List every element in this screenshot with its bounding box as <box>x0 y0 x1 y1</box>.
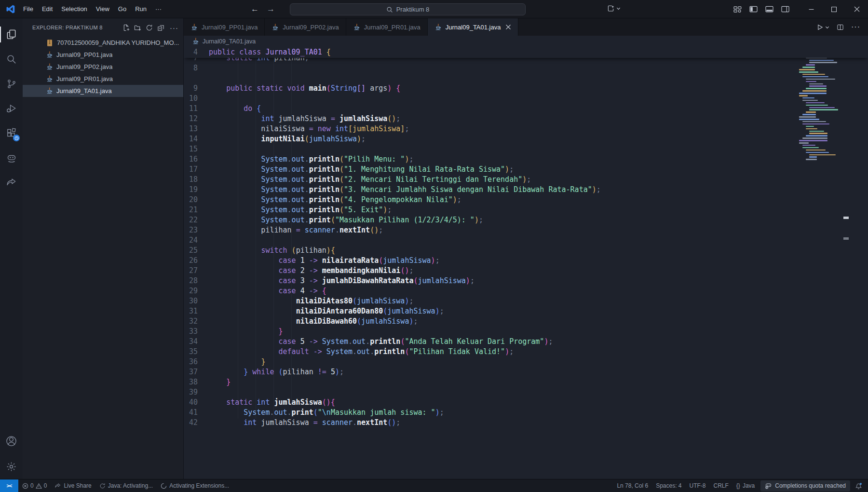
code-line[interactable]: 15 <box>184 144 868 154</box>
code-line[interactable]: 19 System.out.println("3. Mencari Jumlah… <box>184 185 868 195</box>
live-share-icon[interactable] <box>0 170 23 194</box>
code-line[interactable]: 35 default -> System.out.println("Piliha… <box>184 347 868 357</box>
java-status[interactable]: Java: Activating... <box>95 479 157 492</box>
code-line[interactable]: 29 case 4 -> { <box>184 286 868 296</box>
menu-run[interactable]: Run <box>131 3 151 15</box>
code-line[interactable]: 8 <box>184 63 868 73</box>
file-item-zip[interactable]: 707012500059_ANDHIKA YURIDHO_MO... <box>23 37 183 49</box>
code-line[interactable]: 24 <box>184 235 868 246</box>
line-number[interactable]: 12 <box>184 114 209 124</box>
file-item-pp02[interactable]: Jurnal09_PP02.java <box>23 61 183 73</box>
problems-status[interactable]: 0 0 <box>18 479 51 492</box>
code-line[interactable]: 18 System.out.println("2. Mencari Nilai … <box>184 175 868 185</box>
line-number[interactable]: 10 <box>184 94 209 104</box>
line-number[interactable]: 19 <box>184 185 209 195</box>
line-number[interactable]: 23 <box>184 225 209 235</box>
line-number[interactable]: 21 <box>184 205 209 215</box>
line-number[interactable]: 26 <box>184 256 209 266</box>
line-number[interactable]: 8 <box>184 63 209 73</box>
activating-extensions-status[interactable]: Activating Extensions... <box>157 479 233 492</box>
code-lines[interactable]: 7 static int pilihan;89 public static vo… <box>184 53 868 430</box>
line-number[interactable]: 4 <box>184 47 209 58</box>
menu-go[interactable]: Go <box>114 3 131 15</box>
line-number[interactable]: 34 <box>184 337 209 347</box>
toggle-panel-icon[interactable] <box>761 0 777 18</box>
file-item-pp01[interactable]: Jurnal09_PP01.java <box>23 49 183 61</box>
sticky-scroll-line[interactable]: 4public class Jurnal09_TA01 { <box>184 47 868 58</box>
code-line[interactable]: 13 nilaiSiswa = new int[jumlahSiswa]; <box>184 124 868 134</box>
code-line[interactable]: 33 } <box>184 327 868 337</box>
code-line[interactable]: 28 case 3 -> jumlahDiBawahRataRata(jumla… <box>184 276 868 286</box>
code-line[interactable]: 41 System.out.print("\nMasukkan jumlah s… <box>184 408 868 418</box>
editor-tab[interactable]: Jurnal09_PP02.java <box>265 18 346 36</box>
line-number[interactable]: 15 <box>184 144 209 154</box>
menu-more[interactable]: ··· <box>151 3 166 15</box>
code-line[interactable]: 31 nilaiDiAntara60Dan80(jumlahSiswa); <box>184 306 868 316</box>
line-number[interactable]: 17 <box>184 164 209 175</box>
refresh-icon[interactable] <box>146 24 153 31</box>
code-line[interactable]: 26 case 1 -> nilairataRata(jumlahSiswa); <box>184 256 868 266</box>
line-number[interactable]: 24 <box>184 235 209 246</box>
line-number[interactable]: 28 <box>184 276 209 286</box>
eol-status[interactable]: CRLF <box>710 479 732 492</box>
live-share-status[interactable]: Live Share <box>51 479 95 492</box>
line-number[interactable]: 37 <box>184 367 209 377</box>
menu-selection[interactable]: Selection <box>57 3 91 15</box>
language-mode[interactable]: {} Java <box>732 479 759 492</box>
copilot-status[interactable]: Completions quota reached <box>760 480 850 492</box>
line-number[interactable]: 41 <box>184 408 209 418</box>
code-line[interactable]: 34 case 5 -> System.out.println("Anda Te… <box>184 337 868 347</box>
indentation-status[interactable]: Spaces: 4 <box>652 479 685 492</box>
line-number[interactable]: 14 <box>184 134 209 144</box>
command-center[interactable]: Praktikum 8 <box>290 3 526 15</box>
line-number[interactable]: 16 <box>184 154 209 164</box>
code-line[interactable]: 14 inputNilai(jumlahSiswa); <box>184 134 868 144</box>
source-control-icon[interactable] <box>0 71 23 96</box>
code-line[interactable]: 39 <box>184 387 868 397</box>
code-line[interactable]: 27 case 2 -> membandingkanNilai(); <box>184 266 868 276</box>
close-window-button[interactable] <box>845 0 868 18</box>
extensions-icon[interactable] <box>0 121 23 145</box>
line-number[interactable]: 13 <box>184 124 209 134</box>
code-line[interactable] <box>184 73 868 83</box>
copilot-menu[interactable] <box>607 4 621 13</box>
editor-tab[interactable]: Jurnal09_PP01.java <box>184 18 265 36</box>
maximize-button[interactable] <box>823 0 845 18</box>
code-line[interactable]: 30 nilaiDiAtas80(jumlahSiswa); <box>184 296 868 306</box>
code-line[interactable]: 40 static int jumlahSiswa(){ <box>184 397 868 408</box>
back-arrow-icon[interactable]: ← <box>251 4 259 14</box>
code-line[interactable]: 37 } while (pilihan != 5); <box>184 367 868 377</box>
split-editor-icon[interactable] <box>837 24 844 31</box>
more-actions-icon[interactable]: ··· <box>851 23 860 31</box>
line-number[interactable]: 33 <box>184 327 209 337</box>
line-number[interactable]: 18 <box>184 175 209 185</box>
code-line[interactable]: 36 } <box>184 357 868 367</box>
more-actions-icon[interactable]: ··· <box>170 24 178 32</box>
menu-view[interactable]: View <box>92 3 114 15</box>
line-number[interactable]: 29 <box>184 286 209 296</box>
accounts-icon[interactable] <box>0 430 23 454</box>
notifications-bell[interactable] <box>852 482 868 490</box>
run-button[interactable] <box>816 24 829 31</box>
code-line[interactable]: 23 pilihan = scanner.nextInt(); <box>184 225 868 235</box>
code-line[interactable]: 32 nilaiDiBawah60(jumlahSiswa); <box>184 316 868 327</box>
explorer-icon[interactable] <box>0 22 23 47</box>
search-icon[interactable] <box>0 47 23 71</box>
collapse-folders-icon[interactable] <box>157 24 164 31</box>
editor-tab-active[interactable]: Jurnal09_TA01.java <box>428 18 519 36</box>
line-number[interactable]: 30 <box>184 296 209 306</box>
code-line[interactable]: 25 switch (pilihan){ <box>184 246 868 256</box>
forward-arrow-icon[interactable]: → <box>267 4 275 14</box>
menu-edit[interactable]: Edit <box>38 3 57 15</box>
code-line[interactable]: 9 public static void main(String[] args)… <box>184 83 868 94</box>
line-number[interactable]: 42 <box>184 418 209 428</box>
code-line[interactable]: 38 } <box>184 377 868 387</box>
copilot-chat-icon[interactable] <box>0 145 23 170</box>
code-line[interactable]: 16 System.out.println("Pilih Menu: "); <box>184 154 868 164</box>
line-number[interactable]: 40 <box>184 397 209 408</box>
breadcrumb[interactable]: Jurnal09_TA01.java <box>184 36 868 47</box>
code-line[interactable]: 21 System.out.println("5. Exit"); <box>184 205 868 215</box>
code-line[interactable]: 10 <box>184 94 868 104</box>
code-line[interactable]: 42 int jumlahSiswa = scanner.nextInt(); <box>184 418 868 428</box>
new-folder-icon[interactable] <box>134 24 141 31</box>
